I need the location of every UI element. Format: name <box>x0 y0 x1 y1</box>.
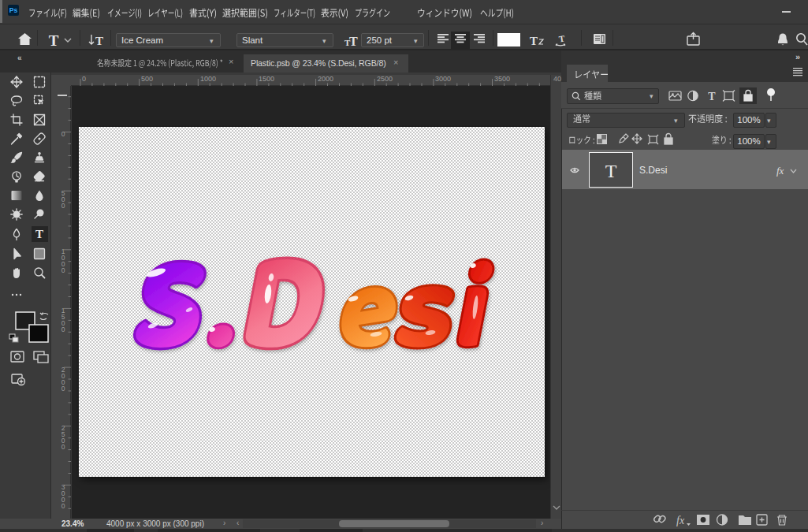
svg-text:500: 500 <box>141 75 153 83</box>
svg-text:1500: 1500 <box>259 75 274 83</box>
svg-text:0: 0 <box>82 75 86 83</box>
svg-text:0: 0 <box>61 502 65 510</box>
svg-text:T: T <box>558 33 566 43</box>
svg-text:2500: 2500 <box>377 75 393 83</box>
svg-text:40: 40 <box>553 75 561 83</box>
svg-text:T: T <box>349 35 358 48</box>
svg-text:T: T <box>49 32 59 49</box>
svg-text:T: T <box>708 91 716 102</box>
svg-text:0: 0 <box>61 266 65 274</box>
svg-text:T: T <box>530 35 538 47</box>
svg-text:1000: 1000 <box>200 75 216 83</box>
svg-text:0: 0 <box>61 202 65 210</box>
svg-text:T: T <box>605 161 617 181</box>
svg-text:3500: 3500 <box>494 75 510 83</box>
svg-text:2000: 2000 <box>318 75 333 83</box>
svg-text:0: 0 <box>61 443 65 451</box>
svg-text:T: T <box>35 228 43 240</box>
svg-text:fx: fx <box>776 165 784 177</box>
svg-text:3000: 3000 <box>435 75 451 83</box>
svg-text:0: 0 <box>61 130 65 138</box>
svg-text:0: 0 <box>61 385 65 392</box>
svg-text:fx: fx <box>676 515 685 526</box>
svg-text:T: T <box>95 35 103 47</box>
svg-text:»: » <box>795 52 800 61</box>
svg-text:0: 0 <box>61 326 65 333</box>
